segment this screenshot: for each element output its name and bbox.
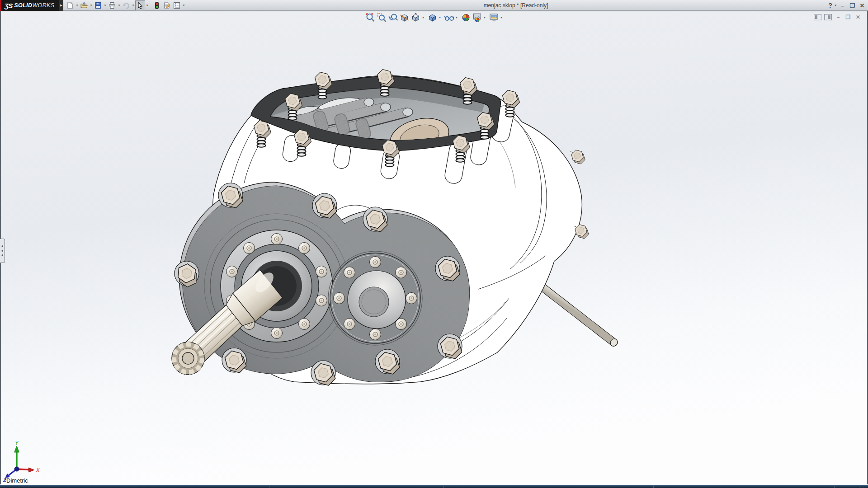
display-style-button[interactable] bbox=[427, 12, 438, 23]
view-settings-caret[interactable]: ▾ bbox=[500, 12, 504, 23]
undo-dropdown-caret[interactable]: ▾ bbox=[131, 0, 135, 10]
triad-x-label: X bbox=[36, 467, 40, 473]
open-document-button[interactable] bbox=[79, 0, 89, 10]
undo-icon bbox=[123, 2, 130, 9]
window-controls: ? ▾ – ❐ ✕ bbox=[826, 0, 866, 11]
options-checklist-icon bbox=[173, 2, 180, 9]
apply-scene-button[interactable] bbox=[472, 12, 483, 23]
help-button[interactable]: ? bbox=[826, 1, 834, 10]
triad-y-axis: Y bbox=[14, 440, 19, 469]
hide-show-items-caret[interactable]: ▾ bbox=[455, 12, 459, 23]
view-orientation-label: *Dimetric bbox=[4, 477, 28, 484]
rebuild-button[interactable] bbox=[152, 0, 162, 10]
select-button[interactable] bbox=[135, 0, 145, 10]
solidworks-logo: ƷS SOLIDWORKS ▶ bbox=[0, 0, 63, 11]
triad-y-label: Y bbox=[15, 440, 19, 446]
new-document-icon bbox=[66, 2, 74, 9]
view-orientation-button[interactable] bbox=[410, 12, 421, 23]
file-properties-icon bbox=[163, 2, 170, 9]
chevron-left-icon bbox=[1, 254, 3, 257]
chevron-left-icon bbox=[1, 249, 3, 252]
options-button[interactable] bbox=[172, 0, 182, 10]
file-properties-button[interactable] bbox=[162, 0, 172, 10]
triad-x-axis: X bbox=[17, 467, 40, 473]
logo-red-bar bbox=[0, 0, 1, 11]
zoom-to-area-icon bbox=[377, 13, 387, 23]
section-view-icon bbox=[399, 13, 409, 23]
select-cursor-icon bbox=[137, 2, 144, 9]
print-button[interactable] bbox=[107, 0, 117, 10]
standard-toolbar: ▾ ▾ ▾ ▾ bbox=[65, 0, 186, 10]
eyeglasses-icon bbox=[444, 13, 454, 23]
view-settings-monitor-icon bbox=[489, 13, 499, 23]
chevron-left-icon bbox=[1, 245, 3, 248]
previous-view-icon bbox=[388, 13, 398, 23]
right-pane-icon bbox=[824, 14, 832, 20]
doc-restore-button[interactable]: ❐ bbox=[844, 14, 852, 21]
section-view-button[interactable] bbox=[399, 12, 410, 23]
zoom-to-area-button[interactable] bbox=[376, 12, 387, 23]
open-dropdown-caret[interactable]: ▾ bbox=[89, 0, 93, 10]
feature-manager-collapse-tab[interactable] bbox=[0, 239, 5, 263]
appearance-ball-icon bbox=[461, 13, 471, 23]
undo-button[interactable] bbox=[121, 0, 131, 10]
display-style-cube-icon bbox=[427, 13, 437, 23]
apply-scene-icon bbox=[472, 13, 482, 23]
resize-grip[interactable]: · · · bbox=[860, 486, 867, 488]
brand-name-bold: SOLID bbox=[14, 2, 32, 9]
graphics-viewport[interactable] bbox=[0, 0, 868, 488]
view-orientation-cube-icon bbox=[410, 13, 420, 23]
zoom-to-fit-icon bbox=[365, 13, 375, 23]
spline-end-face bbox=[172, 342, 204, 375]
view-settings-button[interactable] bbox=[488, 12, 500, 23]
select-dropdown-caret[interactable]: ▾ bbox=[145, 0, 149, 10]
title-bar: ƷS SOLIDWORKS ▶ ▾ ▾ bbox=[0, 0, 868, 11]
save-button[interactable] bbox=[93, 0, 103, 10]
window-title: menjac sklop * [Read-only] bbox=[471, 0, 561, 11]
save-floppy-icon bbox=[94, 2, 102, 9]
left-pane-icon bbox=[814, 14, 821, 20]
heads-up-view-toolbar: ▾ ▾ ▾ bbox=[365, 12, 504, 23]
print-dropdown-caret[interactable]: ▾ bbox=[117, 0, 121, 10]
display-style-caret[interactable]: ▾ bbox=[438, 12, 442, 23]
application-window: ƷS SOLIDWORKS ▶ ▾ ▾ bbox=[0, 0, 868, 488]
doc-minimize-button[interactable]: – bbox=[835, 14, 842, 21]
help-dropdown-caret[interactable]: ▾ bbox=[835, 4, 836, 7]
new-dropdown-caret[interactable]: ▾ bbox=[75, 0, 79, 10]
document-window-controls: – ❐ ✕ bbox=[814, 13, 862, 21]
doc-close-button[interactable]: ✕ bbox=[854, 14, 862, 21]
previous-view-button[interactable] bbox=[387, 12, 399, 23]
open-folder-icon bbox=[80, 2, 88, 9]
options-dropdown-caret[interactable]: ▾ bbox=[182, 0, 186, 10]
rebuild-traffic-light-icon bbox=[153, 2, 160, 9]
collapse-right-pane-button[interactable] bbox=[824, 14, 832, 21]
new-document-button[interactable] bbox=[65, 0, 75, 10]
zoom-to-fit-button[interactable] bbox=[365, 12, 376, 23]
ds-logo-icon: ƷS bbox=[5, 2, 12, 9]
menu-flyout-arrow-icon[interactable]: ▶ bbox=[59, 0, 63, 11]
status-bar: · · · bbox=[0, 484, 868, 488]
brand-name-light: WORKS bbox=[32, 2, 54, 9]
apply-scene-caret[interactable]: ▾ bbox=[483, 12, 487, 23]
print-icon bbox=[108, 2, 116, 9]
minimize-button[interactable]: – bbox=[838, 1, 846, 10]
collapse-left-pane-button[interactable] bbox=[814, 14, 821, 21]
close-button[interactable]: ✕ bbox=[858, 1, 866, 10]
save-dropdown-caret[interactable]: ▾ bbox=[103, 0, 107, 10]
restore-button[interactable]: ❐ bbox=[848, 1, 856, 10]
edit-appearance-button[interactable] bbox=[460, 12, 472, 23]
hide-show-items-button[interactable] bbox=[443, 12, 455, 23]
view-orientation-caret[interactable]: ▾ bbox=[421, 12, 425, 23]
